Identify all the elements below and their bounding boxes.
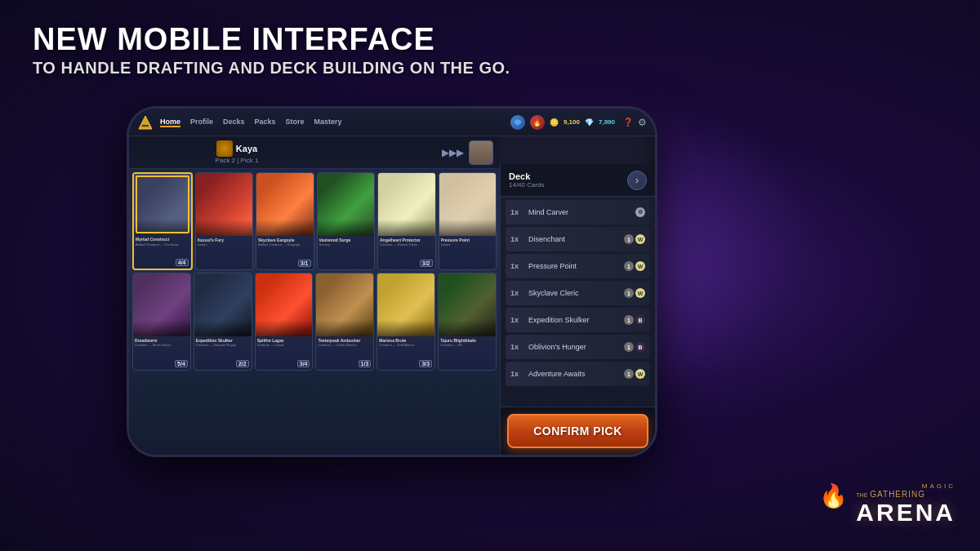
mana-pip: ⚙ bbox=[635, 207, 645, 217]
deck-list-item[interactable]: 1x Oblivion's Hunger 1B bbox=[506, 335, 650, 359]
confirm-pick-label: Confirm Pick bbox=[533, 424, 622, 438]
card-power: 4/4 bbox=[176, 259, 189, 266]
nav-badge-icon bbox=[510, 115, 525, 130]
deck-list-item[interactable]: 1x Expedition Skulker 1B bbox=[506, 308, 650, 332]
deck-item-count: 1x bbox=[510, 343, 523, 351]
mana-pip: B bbox=[635, 342, 645, 352]
card-power: 2/2 bbox=[236, 360, 249, 367]
deck-list-item[interactable]: 1x Pressure Point 1W bbox=[506, 254, 650, 278]
deck-item-name: Skyclave Cleric bbox=[528, 289, 624, 297]
mana-pip: 1 bbox=[624, 288, 634, 298]
draft-card[interactable]: Vastwood Surge Sorcery bbox=[317, 172, 376, 270]
card-power: 3/4 bbox=[297, 360, 310, 367]
card-art bbox=[256, 273, 313, 336]
mana-pip: 1 bbox=[624, 315, 634, 325]
card-text: Tajuru Blightblade Creature — Elf bbox=[439, 336, 496, 349]
draft-card[interactable]: Myriad Construct Artifact Creature — Con… bbox=[132, 172, 193, 270]
card-art bbox=[316, 273, 373, 336]
card-power: 3/2 bbox=[420, 260, 433, 267]
deck-item-name: Disenchant bbox=[528, 235, 624, 243]
mana-pip: 1 bbox=[624, 342, 634, 352]
phone-screen: Home Profile Decks Packs Store Mastery bbox=[129, 109, 655, 455]
deck-list: 1x Mind Carver ⚙ 1x Disenchant 1W 1x Pre… bbox=[501, 197, 655, 407]
mana-pip: W bbox=[635, 369, 645, 379]
mana-pip: 1 bbox=[624, 261, 634, 271]
card-text: Vastwood Surge Sorcery bbox=[318, 236, 375, 249]
nav-item-decks[interactable]: Decks bbox=[223, 118, 245, 127]
deck-item-cost: 1W bbox=[624, 288, 645, 298]
nav-item-profile[interactable]: Profile bbox=[190, 118, 213, 127]
draft-card[interactable]: Angelheart Protector Creature — Human Cl… bbox=[377, 172, 436, 270]
confirm-btn-area: Confirm Pick bbox=[501, 407, 655, 455]
nav-gems: 7,990 bbox=[599, 118, 615, 126]
deck-item-cost: ⚙ bbox=[635, 207, 645, 217]
magic-label: MAGIC bbox=[856, 482, 956, 490]
deck-item-name: Oblivion's Hunger bbox=[528, 343, 624, 351]
nav-items: Home Profile Decks Packs Store Mastery bbox=[160, 118, 510, 127]
svg-marker-0 bbox=[139, 116, 152, 129]
deck-item-count: 1x bbox=[510, 262, 523, 270]
deck-item-count: 1x bbox=[510, 316, 523, 324]
deck-item-count: 1x bbox=[510, 208, 523, 216]
cards-area: Myriad Construct Artifact Creature — Con… bbox=[129, 169, 500, 376]
mtg-arena-nav-logo bbox=[137, 114, 154, 131]
draft-card[interactable]: Spitfire Lagac Creature — Lizard 3/4 bbox=[255, 273, 314, 371]
card-art bbox=[134, 174, 191, 235]
right-arrows: ▶▶▶ bbox=[442, 147, 464, 158]
headline-main: NEW MOBILE INTERFACE bbox=[33, 23, 510, 57]
deck-list-item[interactable]: 1x Adventure Awaits 1W bbox=[506, 362, 650, 386]
deck-item-name: Mind Carver bbox=[528, 208, 635, 216]
pack-info: Kaya Pack 2 | Pick 1 bbox=[129, 140, 437, 164]
card-text: Marissa Brute Creature — Troll Warrior bbox=[377, 336, 434, 349]
deck-panel: Deck 14/40 Cards › 1x Mind Carver ⚙ 1x D… bbox=[500, 164, 655, 455]
deck-title-area: Deck 14/40 Cards bbox=[509, 171, 627, 189]
deck-header: Deck 14/40 Cards › bbox=[501, 164, 655, 197]
draft-card[interactable]: Dreadworm Creature — Worm Horror 5/4 bbox=[132, 273, 191, 371]
deck-title: Deck bbox=[509, 171, 627, 181]
card-art bbox=[194, 273, 252, 336]
nav-bar: Home Profile Decks Packs Store Mastery bbox=[129, 109, 655, 136]
phone-device: Home Profile Decks Packs Store Mastery bbox=[127, 106, 657, 457]
card-text: Skyclave Gargoyle Artifact Creature — Ga… bbox=[256, 236, 314, 249]
deck-item-cost: 1W bbox=[624, 234, 645, 244]
draft-card[interactable]: Kazuul's Fury Instant bbox=[195, 172, 254, 270]
mana-pip: W bbox=[635, 234, 645, 244]
deck-list-item[interactable]: 1x Mind Carver ⚙ bbox=[506, 200, 650, 224]
deck-item-count: 1x bbox=[510, 370, 523, 378]
cards-row-2: Dreadworm Creature — Worm Horror 5/4 Exp… bbox=[132, 273, 497, 371]
draft-card[interactable]: Marissa Brute Creature — Troll Warrior 3… bbox=[376, 273, 435, 371]
settings-icon[interactable]: ⚙ bbox=[638, 117, 647, 128]
nav-item-mastery[interactable]: Mastery bbox=[314, 118, 342, 127]
draft-card[interactable]: Expedition Skulker Creature — Vampire Ro… bbox=[194, 273, 252, 371]
card-power: 3/1 bbox=[298, 260, 311, 267]
the-label: THE bbox=[856, 492, 867, 498]
right-player-avatar bbox=[469, 140, 493, 165]
deck-item-cost: 1W bbox=[624, 369, 645, 379]
draft-card[interactable]: Pressure Point Instant bbox=[439, 172, 497, 270]
deck-list-item[interactable]: 1x Disenchant 1W bbox=[506, 227, 650, 251]
card-text: Expedition Skulker Creature — Vampire Ro… bbox=[194, 336, 252, 349]
phone-outer: Home Profile Decks Packs Store Mastery bbox=[127, 106, 657, 457]
nav-item-home[interactable]: Home bbox=[160, 118, 180, 127]
mana-pip: 1 bbox=[624, 369, 634, 379]
draft-card[interactable]: Teeterpeak Ambusher Creature — Goblin Wa… bbox=[315, 273, 374, 371]
confirm-pick-button[interactable]: Confirm Pick bbox=[507, 414, 648, 448]
draft-pick-info: Pack 2 | Pick 1 bbox=[129, 157, 437, 164]
nav-item-store[interactable]: Store bbox=[286, 118, 305, 127]
card-text: Dreadworm Creature — Worm Horror bbox=[133, 336, 190, 349]
deck-item-name: Pressure Point bbox=[528, 262, 624, 270]
deck-list-item[interactable]: 1x Skyclave Cleric 1W bbox=[506, 281, 650, 305]
deck-count: 14/40 Cards bbox=[509, 181, 627, 189]
card-art bbox=[318, 173, 375, 236]
card-art bbox=[133, 273, 190, 336]
draft-card[interactable]: Skyclave Gargoyle Artifact Creature — Ga… bbox=[256, 172, 314, 270]
nav-item-packs[interactable]: Packs bbox=[255, 118, 276, 127]
draft-player-name: Kaya bbox=[236, 144, 257, 153]
deck-item-cost: 1W bbox=[624, 261, 645, 271]
draft-card[interactable]: Tajuru Blightblade Creature — Elf bbox=[438, 273, 497, 371]
deck-expand-button[interactable]: › bbox=[627, 171, 647, 190]
card-power: 3/3 bbox=[419, 360, 432, 367]
phone-side-button bbox=[655, 223, 657, 256]
mana-pip: W bbox=[635, 288, 645, 298]
mana-pip: W bbox=[635, 261, 645, 271]
